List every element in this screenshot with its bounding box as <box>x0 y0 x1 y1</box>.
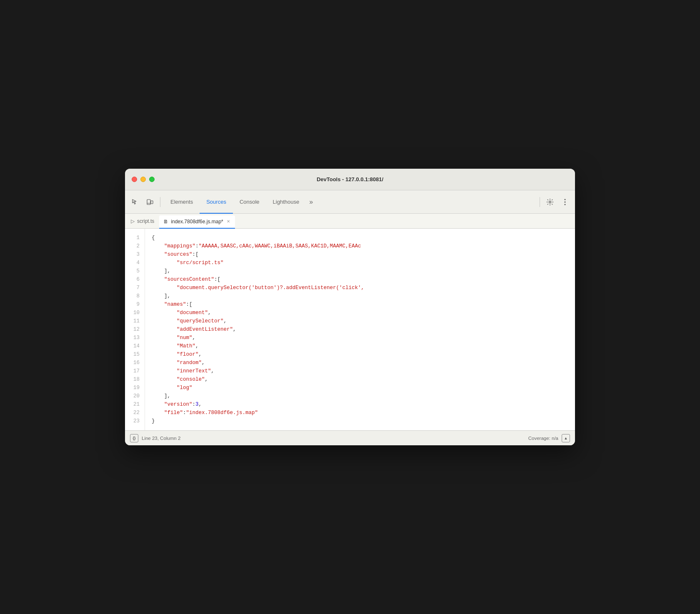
line-num-23: 23 <box>125 417 145 425</box>
code-line-17: "innerText", <box>152 367 568 375</box>
code-line-7: "document.querySelector('button')?.addEv… <box>152 284 568 292</box>
inspect-element-button[interactable] <box>128 195 142 209</box>
minimize-button[interactable] <box>140 177 146 182</box>
line-num-21: 21 <box>125 400 145 409</box>
line-num-4: 4 <box>125 259 145 267</box>
line-num-15: 15 <box>125 350 145 359</box>
line-numbers: 1 2 3 4 5 6 7 8 9 10 11 12 13 14 15 16 1… <box>125 229 145 430</box>
toolbar-right <box>543 195 572 209</box>
tab-sources[interactable]: Sources <box>200 190 233 214</box>
line-num-8: 8 <box>125 292 145 300</box>
settings-icon <box>546 198 554 206</box>
code-line-4: "src/script.ts" <box>152 259 568 267</box>
line-num-17: 17 <box>125 367 145 375</box>
title-bar: DevTools - 127.0.0.1:8081/ <box>125 169 575 190</box>
code-line-16: "random", <box>152 359 568 367</box>
svg-rect-1 <box>151 201 153 204</box>
svg-point-5 <box>565 201 566 202</box>
line-num-11: 11 <box>125 317 145 325</box>
code-line-15: "floor", <box>152 350 568 359</box>
line-num-6: 6 <box>125 275 145 284</box>
devtools-window: DevTools - 127.0.0.1:8081/ Elements Sour… <box>125 169 575 445</box>
divider-2 <box>540 197 540 207</box>
code-line-13: "num", <box>152 334 568 342</box>
line-num-22: 22 <box>125 409 145 417</box>
file-tabs: ▷ script.ts 🗎 index.7808df6e.js.map* ✕ <box>125 214 575 229</box>
device-icon <box>147 199 153 205</box>
close-tab-icon[interactable]: ✕ <box>226 219 231 224</box>
line-num-5: 5 <box>125 267 145 275</box>
nav-tabs: Elements Sources Console Lighthouse » <box>164 190 536 214</box>
code-line-3: "sources":[ <box>152 250 568 259</box>
line-num-2: 2 <box>125 242 145 250</box>
traffic-lights <box>132 177 155 182</box>
cursor-position: Line 23, Column 2 <box>142 436 180 441</box>
coverage-text: Coverage: n/a <box>528 436 558 441</box>
code-line-2: "mappings":"AAAAA,SAASC,cAAc,WAAWC,iBAAi… <box>152 242 568 250</box>
line-num-1: 1 <box>125 234 145 242</box>
status-bar-left: {} Line 23, Column 2 <box>130 434 180 442</box>
line-num-19: 19 <box>125 384 145 392</box>
line-num-14: 14 <box>125 342 145 350</box>
file-tab-script-ts[interactable]: ▷ script.ts <box>127 215 158 227</box>
code-editor[interactable]: { "mappings":"AAAAA,SAASC,cAAc,WAAWC,iBA… <box>145 229 575 430</box>
line-num-13: 13 <box>125 334 145 342</box>
coverage-icon: ▲ <box>564 436 568 440</box>
close-button[interactable] <box>132 177 137 182</box>
line-num-16: 16 <box>125 359 145 367</box>
svg-rect-0 <box>147 200 150 205</box>
code-line-6: "sourcesContent":[ <box>152 275 568 284</box>
device-toolbar-button[interactable] <box>143 195 157 209</box>
code-line-19: "log" <box>152 384 568 392</box>
line-num-12: 12 <box>125 325 145 334</box>
window-title: DevTools - 127.0.0.1:8081/ <box>317 176 383 182</box>
code-line-1: { <box>152 234 568 242</box>
tab-elements[interactable]: Elements <box>164 190 200 214</box>
status-bar: {} Line 23, Column 2 Coverage: n/a ▲ <box>125 430 575 445</box>
editor-area: 1 2 3 4 5 6 7 8 9 10 11 12 13 14 15 16 1… <box>125 229 575 430</box>
svg-point-3 <box>549 201 551 203</box>
code-line-14: "Math", <box>152 342 568 350</box>
file-tab-index-map[interactable]: 🗎 index.7808df6e.js.map* ✕ <box>159 215 235 229</box>
code-line-22: "file":"index.7808df6e.js.map" <box>152 409 568 417</box>
code-line-9: "names":[ <box>152 300 568 309</box>
toolbar: Elements Sources Console Lighthouse » <box>125 190 575 214</box>
settings-button[interactable] <box>543 195 557 209</box>
code-line-5: ], <box>152 267 568 275</box>
code-line-18: "console", <box>152 375 568 384</box>
code-line-23: } <box>152 417 568 425</box>
line-num-20: 20 <box>125 392 145 400</box>
line-num-3: 3 <box>125 250 145 259</box>
divider-1 <box>160 197 160 207</box>
kebab-menu-icon <box>564 198 566 206</box>
file-icon: 🗎 <box>163 219 168 225</box>
coverage-button[interactable]: ▲ <box>562 434 570 442</box>
code-line-20: ], <box>152 392 568 400</box>
tab-lighthouse[interactable]: Lighthouse <box>266 190 306 214</box>
code-line-8: ], <box>152 292 568 300</box>
line-num-7: 7 <box>125 284 145 292</box>
svg-point-4 <box>565 199 566 200</box>
code-line-11: "querySelector", <box>152 317 568 325</box>
inspect-icon <box>132 199 138 205</box>
tab-console[interactable]: Console <box>233 190 266 214</box>
svg-point-6 <box>565 204 566 205</box>
line-num-9: 9 <box>125 300 145 309</box>
menu-button[interactable] <box>558 195 572 209</box>
status-bar-right: Coverage: n/a ▲ <box>528 434 570 442</box>
code-line-21: "version":3, <box>152 400 568 409</box>
maximize-button[interactable] <box>149 177 155 182</box>
more-tabs-button[interactable]: » <box>306 190 316 214</box>
line-num-10: 10 <box>125 309 145 317</box>
code-line-10: "document", <box>152 309 568 317</box>
code-line-12: "addEventListener", <box>152 325 568 334</box>
play-icon: ▷ <box>131 218 135 224</box>
format-button[interactable]: {} <box>130 434 138 442</box>
line-num-18: 18 <box>125 375 145 384</box>
